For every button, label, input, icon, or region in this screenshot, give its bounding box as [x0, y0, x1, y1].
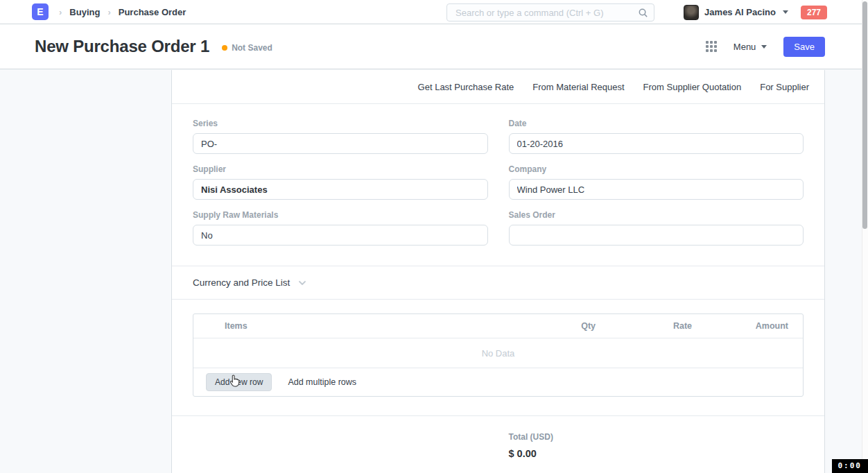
supplier-field: Supplier — [193, 164, 488, 200]
total-label: Total (USD) — [509, 432, 804, 442]
global-search — [446, 3, 654, 22]
sales-order-input[interactable] — [509, 225, 804, 246]
apps-grid-icon[interactable] — [706, 41, 717, 52]
supply-raw-materials-label: Supply Raw Materials — [193, 210, 488, 220]
items-column-header: Items — [193, 321, 514, 331]
menu-dropdown[interactable]: Menu — [734, 42, 767, 52]
add-multiple-rows-button[interactable]: Add multiple rows — [288, 377, 356, 387]
user-avatar — [684, 5, 699, 20]
company-label: Company — [509, 164, 804, 174]
supply-raw-materials-input[interactable] — [193, 225, 488, 246]
status-text: Not Saved — [232, 43, 272, 53]
date-label: Date — [509, 119, 804, 128]
amount-column-header: Amount — [706, 321, 803, 331]
recording-timer-badge: 0:00 — [832, 459, 868, 473]
total-block: Total (USD) $ 0.00 — [509, 432, 804, 459]
get-last-purchase-rate-link[interactable]: Get Last Purchase Rate — [418, 82, 514, 92]
app-logo[interactable]: E — [32, 3, 49, 20]
form-card: Get Last Purchase Rate From Material Req… — [171, 70, 825, 473]
vertical-scrollbar-thumb[interactable] — [862, 1, 867, 229]
chevron-down-icon — [783, 10, 788, 14]
breadcrumb-buying[interactable]: Buying — [69, 7, 100, 17]
rate-column-header: Rate — [610, 321, 706, 331]
for-supplier-link[interactable]: For Supplier — [760, 82, 809, 92]
company-field: Company — [509, 164, 804, 200]
user-menu[interactable]: James Al Pacino — [684, 5, 788, 20]
header-actions: Menu Save — [706, 37, 825, 57]
notification-badge[interactable]: 277 — [801, 6, 827, 19]
page-header: New Purchase Order 1 Not Saved Menu Save — [0, 24, 868, 69]
chevron-down-icon — [297, 277, 308, 289]
save-status-indicator: Not Saved — [222, 43, 272, 53]
add-new-row-button[interactable]: Add new row — [206, 373, 272, 391]
search-input[interactable] — [454, 7, 638, 19]
chevron-down-icon — [761, 45, 767, 49]
no-data-row: No Data — [193, 338, 803, 368]
date-field: Date — [509, 119, 804, 154]
items-section: Items Qty Rate Amount No Data Add new ro… — [172, 300, 824, 416]
from-material-request-link[interactable]: From Material Request — [532, 82, 624, 92]
qty-column-header: Qty — [514, 321, 610, 331]
sales-order-label: Sales Order — [509, 210, 804, 220]
supplier-label: Supplier — [193, 164, 488, 174]
sales-order-field: Sales Order — [509, 210, 804, 246]
navbar-right: James Al Pacino 277 — [684, 0, 827, 24]
series-label: Series — [193, 119, 488, 128]
breadcrumb-purchase-order[interactable]: Purchase Order — [119, 7, 186, 17]
items-grid: Items Qty Rate Amount No Data Add new ro… — [193, 313, 804, 397]
series-field: Series — [193, 119, 488, 154]
company-input[interactable] — [509, 179, 804, 200]
search-icon[interactable] — [638, 8, 648, 18]
supplier-input[interactable] — [193, 179, 488, 200]
form-fields-section: Series Date Supplier Company Supply Raw … — [172, 104, 824, 266]
currency-price-list-section-toggle[interactable]: Currency and Price List — [172, 266, 824, 300]
series-input[interactable] — [193, 133, 488, 154]
form-quick-actions: Get Last Purchase Rate From Material Req… — [172, 70, 824, 104]
items-grid-footer: Add new row Add multiple rows — [193, 368, 803, 396]
menu-label: Menu — [734, 42, 756, 52]
items-grid-header: Items Qty Rate Amount — [193, 314, 803, 338]
page-title: New Purchase Order 1 — [35, 37, 209, 56]
save-button[interactable]: Save — [783, 37, 825, 57]
user-name: James Al Pacino — [704, 7, 776, 17]
date-input[interactable] — [509, 133, 804, 154]
breadcrumb: › Buying › Purchase Order — [59, 7, 186, 17]
chevron-right-icon: › — [59, 7, 62, 17]
status-dot-icon — [222, 45, 227, 51]
totals-section: Total (USD) $ 0.00 — [172, 416, 824, 473]
vertical-scrollbar-track[interactable] — [862, 0, 868, 473]
from-supplier-quotation-link[interactable]: From Supplier Quotation — [643, 82, 742, 92]
supply-raw-materials-field: Supply Raw Materials — [193, 210, 488, 246]
section-title: Currency and Price List — [193, 277, 290, 288]
total-value: $ 0.00 — [509, 448, 804, 459]
top-navbar: E › Buying › Purchase Order James Al Pac… — [0, 0, 868, 24]
chevron-right-icon: › — [107, 7, 110, 17]
